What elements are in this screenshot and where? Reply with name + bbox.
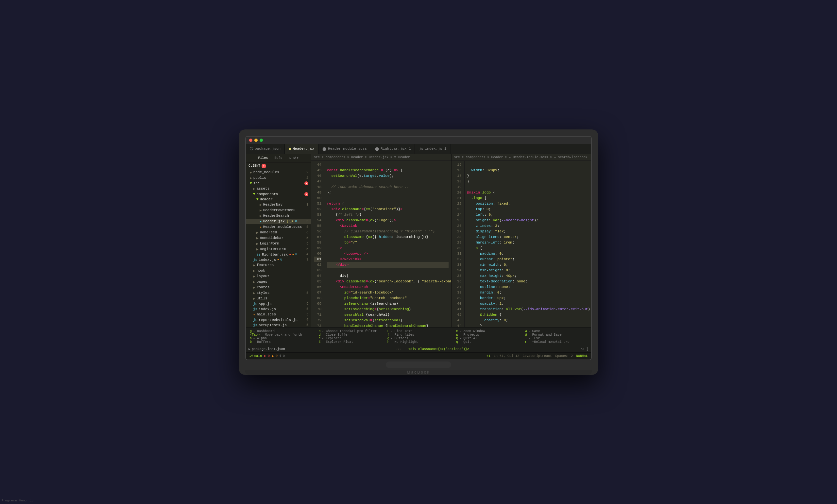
shortcut-format-save: W - Format and Save — [525, 333, 587, 337]
file-icon: js — [256, 253, 261, 256]
edit-indicator: [+]● — [287, 220, 294, 223]
tab-label: ⬤ — [375, 147, 379, 151]
shortcut-key: c — [318, 329, 320, 333]
tab-header-scss[interactable]: ⬤ Header.module.scss — [318, 144, 371, 154]
tab-label: Rightbar.jsx 1 — [380, 147, 411, 151]
tab-label: ⬤ — [322, 147, 326, 151]
code-left[interactable]: const handleSearchChange = (e) => { setS… — [324, 161, 451, 327]
tab-header-jsx[interactable]: Header.jsx — [285, 144, 318, 154]
folder-icon: ▶ — [253, 285, 255, 290]
laptop-outer: ○ package.json Header.jsx ⬤ Header.modul… — [239, 129, 598, 375]
shortcut-label: - Buffers — [253, 340, 271, 344]
error-badge: ● — [304, 192, 308, 196]
folder-icon: ▶ — [260, 214, 262, 218]
shortcut-key: d — [318, 333, 320, 337]
warn-dot: ● — [292, 253, 294, 256]
folder-icon: ▶ — [256, 230, 259, 235]
folder-open-icon: ▼ — [256, 197, 259, 201]
shortcut-key: q — [456, 340, 458, 344]
folder-icon: ▶ — [253, 263, 255, 267]
sidebar-item-reportwebvitals[interactable]: js reportWebVitals.js 4 — [246, 317, 311, 323]
shortcut-find-files: f - Find files — [388, 333, 449, 337]
sidebar-item-components[interactable]: ▼ components ● — [246, 192, 311, 197]
sidebar-tab-bufs[interactable]: Bufs — [274, 156, 282, 160]
language-mode: Javascriptreact — [522, 354, 552, 358]
sidebar-item-header-scss[interactable]: ✦ Header.module.scss 5 — [246, 224, 311, 230]
item-label: routes — [257, 285, 270, 289]
sidebar-item-node-modules[interactable]: ▶ node_modules 2 — [246, 169, 311, 175]
sidebar-item-index-js2[interactable]: js index.js 5 — [246, 307, 311, 312]
shortcut-label: - Projects — [459, 333, 479, 337]
folder-icon: ▶ — [260, 208, 262, 213]
item-count: 5 — [306, 242, 308, 246]
tab-package-json[interactable]: ○ package.json — [246, 144, 285, 154]
sidebar-item-headersearch[interactable]: ▶ HeaderSearch — [246, 213, 311, 219]
item-label: main.scss — [257, 312, 276, 317]
sidebar-root: CLIENT ● — [246, 162, 311, 169]
item-label: Header.module.scss — [263, 225, 302, 229]
code-right[interactable]: width: 320px; } } @mixin logo { .logo { … — [465, 161, 591, 327]
item-label: layout — [257, 274, 270, 278]
sidebar-item-styles[interactable]: ▶ styles 5 — [246, 290, 311, 296]
breadcrumb-text: src > components > Header > Header.jsx >… — [314, 156, 410, 159]
sidebar-item-setuptests[interactable]: js setupTests.js 5 — [246, 323, 311, 327]
shortcut-close-buffer: d - Close Buffer — [318, 333, 380, 337]
item-count: 5 — [306, 236, 308, 240]
maximize-button[interactable] — [260, 139, 263, 142]
sidebar-item-src[interactable]: ▼ src ● — [246, 181, 311, 186]
file-icon: js — [253, 258, 257, 262]
sidebar-item-index-js-src[interactable]: js index.js ● U 3 — [246, 257, 311, 263]
item-label: Header.jsx — [263, 219, 285, 223]
sidebar-item-pages[interactable]: ▶ pages — [246, 279, 311, 285]
tab-label: Header.module.scss — [328, 147, 367, 151]
item-label: components — [257, 192, 278, 196]
sidebar-tab-git[interactable]: ◇ Git — [289, 156, 299, 160]
sidebar-tab-files[interactable]: Files — [258, 156, 268, 160]
sidebar-item-public[interactable]: ▶ public 2 — [246, 175, 311, 181]
sidebar-item-header-jsx[interactable]: ✦ Header.jsx [+]● U 5 — [246, 219, 311, 224]
sidebar-item-rightbar-jsx[interactable]: js Rightbar.jsx ● ● U 4 — [246, 252, 311, 257]
shortcut-label: - Alpha — [253, 337, 267, 340]
shortcut-label: - Explorer Float — [322, 340, 353, 344]
tab-rightbar-jsx[interactable]: ⬤ Rightbar.jsx 1 — [371, 144, 415, 154]
shortcut-label: - Format and Save — [528, 333, 562, 337]
shortcut-label: - Zoom window — [459, 329, 485, 333]
shortcut-tab: <Tab> - Move back and forth — [250, 333, 312, 337]
sidebar-item-hook[interactable]: ▶ hook — [246, 268, 311, 274]
info-count: ℹ 0 — [280, 354, 285, 358]
sidebar-item-headerpowermenu[interactable]: ▶ HeaderPowermenu — [246, 208, 311, 213]
shortcut-save: w - Save — [525, 329, 587, 333]
close-button[interactable] — [249, 139, 252, 142]
minimize-button[interactable] — [254, 139, 257, 142]
left-code-panel: src > components > Header > Header.jsx >… — [311, 154, 451, 327]
sidebar-item-registerform[interactable]: ▶ RegisterForm 5 — [246, 247, 311, 252]
sidebar-item-homesidebar[interactable]: ▶ HomeSidebar 5 — [246, 235, 311, 241]
sidebar-item-headernav[interactable]: ▶ HeaderNav 3 — [246, 202, 311, 208]
sidebar-item-utils[interactable]: ▶ utils — [246, 296, 311, 301]
item-label: hook — [257, 269, 265, 273]
item-label: node_modules — [253, 170, 279, 174]
item-label: styles — [257, 291, 270, 295]
tab-index-js[interactable]: js index.js 1 — [415, 144, 450, 154]
warn-dot: ● — [277, 258, 279, 262]
laptop-bottom — [245, 360, 592, 370]
sidebar-item-homefeed[interactable]: ▶ HomeFeed 6 — [246, 230, 311, 235]
screen: ○ package.json Header.jsx ⬤ Header.modul… — [245, 136, 592, 360]
sidebar-item-main-scss[interactable]: ✦ main.scss 5 — [246, 312, 311, 317]
shortcut-quit-all: Q - Quit All — [456, 337, 518, 340]
sidebar-item-routes[interactable]: ▶ routes — [246, 285, 311, 290]
sidebar-item-app-js[interactable]: js App.js 5 — [246, 301, 311, 307]
folder-icon: ▶ — [253, 187, 255, 191]
error-count: ● 0 — [264, 354, 270, 358]
item-count: 4 — [306, 318, 308, 322]
editor-container: ○ package.json Header.jsx ⬤ Header.modul… — [246, 144, 591, 360]
sidebar-item-layout[interactable]: ▶ layout — [246, 274, 311, 279]
sidebar-item-features[interactable]: ▶ features — [246, 263, 311, 268]
bottom-line-num: 88 — [397, 347, 400, 351]
folder-icon: ▶ — [253, 269, 255, 273]
sidebar-item-loginform[interactable]: ▶ LoginForm 5 — [246, 241, 311, 247]
item-label: src — [253, 181, 260, 185]
sidebar-item-header-folder[interactable]: ▼ Header — [246, 197, 311, 202]
sidebar-item-assets[interactable]: ▶ assets — [246, 186, 311, 192]
bottom-path: package-lock.json — [252, 347, 285, 351]
